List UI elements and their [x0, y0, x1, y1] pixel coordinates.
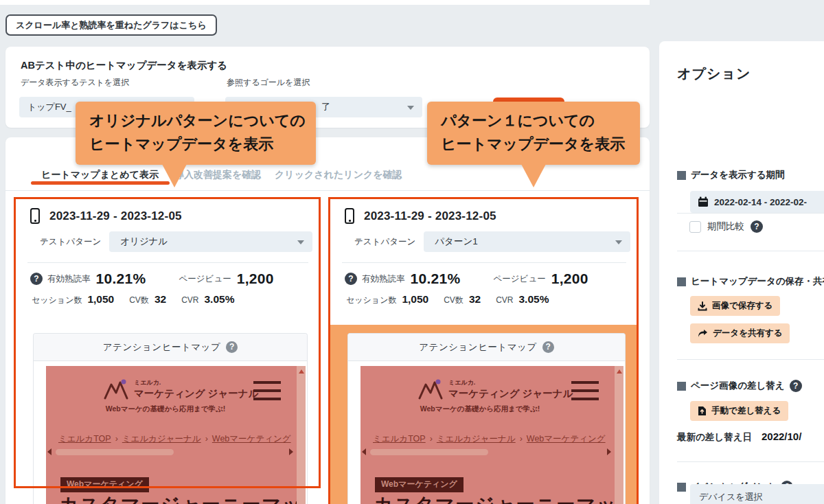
brand-small: ミエルカ.: [448, 378, 573, 387]
breadcrumb-link[interactable]: ミエルカジャーナル: [437, 434, 516, 444]
ab-test-panel-title: ABテスト中のヒートマップデータを表示する: [21, 59, 227, 72]
scroll-right-icon[interactable]: [607, 448, 611, 455]
callout-pattern1: パターン１についての ヒートマップデータを表示: [427, 102, 640, 165]
help-icon[interactable]: ?: [226, 341, 238, 353]
divider: [677, 461, 824, 462]
goal-select-label: 参照するゴールを選択: [227, 77, 310, 89]
pattern-panel-1: 2023-11-29 - 2023-12-05 テストパターン パターン1 ? …: [328, 197, 639, 504]
test-pattern-label: テストパターン: [40, 236, 101, 248]
site-tagline: Webマーケの基礎から応用まで学ぶ!: [90, 404, 241, 414]
share-data-label: データを共有する: [713, 328, 782, 339]
cvr-value: 3.05%: [204, 293, 234, 306]
heatmap-preview[interactable]: ミエルカ. マーケティング ジャーナル Webマーケの基礎から応用まで学ぶ! ミ…: [46, 366, 306, 504]
device-select-value: デバイスを選択: [699, 492, 763, 502]
mobile-device-icon: [345, 208, 354, 224]
calendar-icon: [698, 196, 709, 207]
save-image-button[interactable]: 画像で保存する: [690, 296, 780, 316]
callout-arrow: [162, 164, 187, 187]
share-icon: [698, 329, 708, 338]
callout-original: オリジナルパターンについての ヒートマップデータを表示: [76, 102, 316, 165]
section-bullet: [677, 483, 686, 492]
cvr-value: 3.05%: [518, 293, 549, 306]
breadcrumb-link[interactable]: ミエルカTOP: [58, 434, 111, 444]
horizontal-scrollbar[interactable]: [47, 448, 293, 457]
scroll-left-icon[interactable]: [47, 448, 52, 455]
help-icon[interactable]: ?: [751, 220, 763, 233]
pageview-label: ページビュー: [179, 273, 231, 285]
breadcrumb-link[interactable]: ミエルカTOP: [373, 434, 426, 444]
pattern-dropdown[interactable]: オリジナル: [109, 231, 312, 252]
goal-select-value: 了: [321, 97, 330, 117]
share-data-button[interactable]: データを共有する: [690, 323, 790, 343]
options-sidebar: オプション データを表示する期間 2022-02-14 - 2022-02- 期…: [659, 41, 824, 504]
breadcrumb-link[interactable]: Webマーケティング: [212, 434, 291, 444]
divider: [342, 262, 626, 263]
compare-label: 期間比較: [707, 220, 744, 233]
session-label: セッション数: [32, 295, 82, 306]
pattern-dropdown-value: パターン1: [435, 236, 477, 247]
test-select-value: トップFV_: [27, 102, 71, 112]
breadcrumb-link[interactable]: Webマーケティング: [527, 434, 606, 444]
cvr-label: CVR: [181, 295, 198, 305]
attention-heatmap-card: アテンションヒートマップ ? ミエルカ. マーケティング ジャーナル Webマー…: [33, 333, 308, 504]
scroll-up-icon[interactable]: [299, 369, 304, 374]
mieruca-logo-icon: [104, 378, 130, 400]
heatmap-preview[interactable]: ミエルカ. マーケティング ジャーナル Webマーケの基礎から応用まで学ぶ! ミ…: [360, 366, 623, 504]
brand-main: マーケティング ジャーナル: [448, 387, 573, 400]
brand-main: マーケティング ジャーナル: [134, 387, 258, 400]
device-select-dropdown[interactable]: デバイスを選択: [690, 484, 824, 504]
section-period-label: データを表示する期間: [691, 169, 785, 181]
period-date-field[interactable]: 2022-02-14 - 2022-02-: [690, 191, 824, 213]
callout-text: ヒートマップデータを表示: [76, 133, 316, 156]
callout-arrow: [521, 164, 546, 187]
section-replace: ページ画像の差し替え ?: [677, 380, 802, 392]
section-bullet: [677, 382, 686, 391]
mieruca-logo-icon: [418, 378, 444, 400]
vertical-scrollbar[interactable]: [297, 366, 306, 504]
period-date-value: 2022-02-14 - 2022-02-: [714, 197, 807, 207]
divider: [677, 359, 824, 360]
pattern-dropdown[interactable]: パターン1: [424, 231, 630, 252]
read-rate-value: 10.21%: [411, 271, 461, 287]
breadcrumb: ミエルカTOP›ミエルカジャーナル›Webマーケティング: [58, 433, 299, 445]
divider: [677, 251, 824, 251]
callout-text: パターン１についての: [427, 109, 640, 133]
file-upload-icon: [698, 406, 707, 416]
scroll-left-icon[interactable]: [362, 448, 366, 455]
tab-heatmap-summary[interactable]: ヒートマップまとめて表示: [41, 169, 159, 181]
scroll-up-icon[interactable]: [617, 369, 622, 374]
read-rate-label: 有効熟読率: [362, 273, 405, 285]
horizontal-scrollbar[interactable]: [362, 448, 611, 457]
scrollbar-thumb[interactable]: [56, 449, 174, 455]
pageview-value: 1,200: [237, 271, 274, 287]
article-title: カスタマージャーニーマップ: [374, 492, 623, 504]
active-tab-underline: [31, 181, 170, 185]
latest-replace-row: 最新の差し替え日 2022/10/: [677, 431, 801, 444]
date-range: 2023-11-29 - 2023-12-05: [364, 209, 496, 223]
scroll-graph-button[interactable]: スクロール率と熟読率を重ねたグラフはこちら: [5, 14, 217, 36]
section-bullet: [677, 171, 686, 180]
help-icon[interactable]: ?: [345, 273, 357, 285]
help-icon[interactable]: ?: [542, 341, 554, 353]
read-rate-value: 10.21%: [96, 271, 146, 287]
sidebar-title: オプション: [677, 65, 751, 83]
scrollbar-thumb[interactable]: [370, 449, 488, 455]
help-icon[interactable]: ?: [30, 273, 43, 285]
tab-improvement-suggestions[interactable]: 導入改善提案を確認: [174, 169, 261, 181]
attention-heatmap-card: アテンションヒートマップ ? ミエルカ. マーケティング ジャーナル Webマー…: [347, 333, 626, 504]
brand-small: ミエルカ.: [134, 378, 258, 387]
breadcrumb-link[interactable]: ミエルカジャーナル: [122, 434, 201, 444]
read-rate-label: 有効熟読率: [47, 273, 91, 285]
manual-replace-button[interactable]: 手動で差し替える: [690, 401, 788, 421]
vertical-scrollbar[interactable]: [615, 366, 623, 504]
divider: [677, 213, 824, 214]
section-bullet: [677, 277, 686, 286]
scroll-right-icon[interactable]: [289, 448, 293, 455]
section-save: ヒートマップデータの保存・共有: [677, 275, 824, 288]
hamburger-menu-icon[interactable]: [253, 381, 281, 406]
help-icon[interactable]: ?: [790, 380, 802, 392]
section-period: データを表示する期間: [677, 169, 785, 181]
tab-clicked-links[interactable]: クリックされたリンクを確認: [275, 169, 402, 181]
hamburger-menu-icon[interactable]: [571, 381, 599, 406]
compare-checkbox[interactable]: [689, 221, 701, 233]
